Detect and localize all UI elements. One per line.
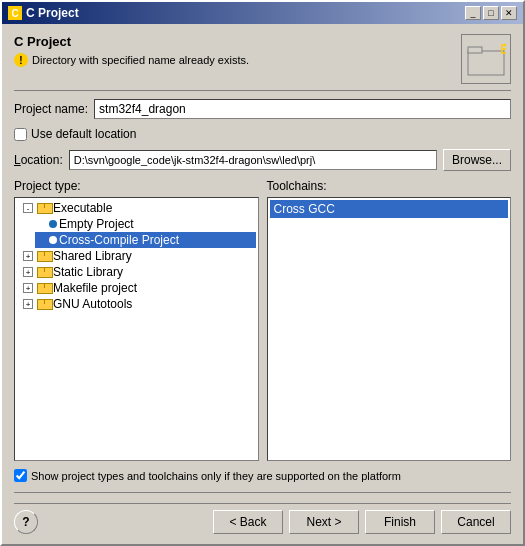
help-button[interactable]: ?	[14, 510, 38, 534]
tree-label-static-library: Static Library	[53, 265, 123, 279]
tree-label-makefile: Makefile project	[53, 281, 137, 295]
tree-item-static-library[interactable]: + Static Library	[21, 264, 256, 280]
default-location-checkbox[interactable]	[14, 128, 27, 141]
next-button[interactable]: Next >	[289, 510, 359, 534]
folder-makefile-icon	[37, 282, 51, 294]
svg-rect-0	[468, 51, 504, 75]
window-icon: C	[8, 6, 22, 20]
folder-executable-icon	[37, 202, 51, 214]
header-image	[461, 34, 511, 84]
svg-rect-1	[468, 47, 482, 53]
title-bar: C C Project _ □ ✕	[2, 2, 523, 24]
project-name-label: Project name:	[14, 102, 88, 116]
expand-executable[interactable]: -	[23, 203, 33, 213]
title-bar-left: C C Project	[8, 6, 79, 20]
location-row: Location: Browse...	[14, 149, 511, 171]
close-button[interactable]: ✕	[501, 6, 517, 20]
show-supported-label: Show project types and toolchains only i…	[31, 470, 401, 482]
location-label: Location:	[14, 153, 63, 167]
tree-label-empty-project: Empty Project	[59, 217, 134, 231]
folder-shared-icon	[37, 250, 51, 262]
dialog-content: C Project ! Directory with specified nam…	[2, 24, 523, 544]
project-type-panel: Project type: - Executable Empt	[14, 179, 259, 461]
browse-button[interactable]: Browse...	[443, 149, 511, 171]
tree-label-shared-library: Shared Library	[53, 249, 132, 263]
navigation-buttons: < Back Next > Finish Cancel	[213, 510, 511, 534]
tree-label-gnu-autotools: GNU Autotools	[53, 297, 132, 311]
window-title: C Project	[26, 6, 79, 20]
dialog-title: C Project	[14, 34, 461, 49]
project-name-input[interactable]	[94, 99, 511, 119]
title-controls: _ □ ✕	[465, 6, 517, 20]
expand-makefile[interactable]: +	[23, 283, 33, 293]
toolchains-label: Toolchains:	[267, 179, 512, 193]
tree-item-cross-compile[interactable]: Cross-Compile Project	[35, 232, 256, 248]
expand-gnu-autotools[interactable]: +	[23, 299, 33, 309]
project-type-label: Project type:	[14, 179, 259, 193]
tree-item-empty-project[interactable]: Empty Project	[35, 216, 256, 232]
finish-button[interactable]: Finish	[365, 510, 435, 534]
tree-label-executable: Executable	[53, 201, 112, 215]
project-name-row: Project name:	[14, 99, 511, 119]
bullet-empty-project	[49, 220, 57, 228]
bottom-buttons: ? < Back Next > Finish Cancel	[14, 503, 511, 534]
expand-shared-library[interactable]: +	[23, 251, 33, 261]
tree-item-shared-library[interactable]: + Shared Library	[21, 248, 256, 264]
folder-static-icon	[37, 266, 51, 278]
back-button[interactable]: < Back	[213, 510, 283, 534]
show-supported-row: Show project types and toolchains only i…	[14, 469, 511, 482]
bullet-cross-compile	[49, 236, 57, 244]
cancel-button[interactable]: Cancel	[441, 510, 511, 534]
folder-gnu-icon	[37, 298, 51, 310]
tree-label-cross-compile: Cross-Compile Project	[59, 233, 179, 247]
main-window: C C Project _ □ ✕ C Project ! Directory …	[0, 0, 525, 546]
bottom-separator	[14, 492, 511, 493]
warning-text: Directory with specified name already ex…	[32, 54, 249, 66]
toolchains-panel: Toolchains: Cross GCC	[267, 179, 512, 461]
minimize-button[interactable]: _	[465, 6, 481, 20]
location-input[interactable]	[69, 150, 437, 170]
maximize-button[interactable]: □	[483, 6, 499, 20]
warning-icon: !	[14, 53, 28, 67]
show-supported-checkbox[interactable]	[14, 469, 27, 482]
toolchain-list[interactable]: Cross GCC	[267, 197, 512, 461]
expand-static-library[interactable]: +	[23, 267, 33, 277]
toolchain-item-cross-gcc[interactable]: Cross GCC	[270, 200, 509, 218]
header-text: C Project ! Directory with specified nam…	[14, 34, 461, 67]
panels-row: Project type: - Executable Empt	[14, 179, 511, 461]
warning-row: ! Directory with specified name already …	[14, 53, 461, 67]
default-location-row: Use default location	[14, 127, 511, 141]
folder-graphic	[466, 39, 506, 79]
project-type-tree[interactable]: - Executable Empty Project	[14, 197, 259, 461]
tree-item-makefile[interactable]: + Makefile project	[21, 280, 256, 296]
tree-item-gnu-autotools[interactable]: + GNU Autotools	[21, 296, 256, 312]
header-section: C Project ! Directory with specified nam…	[14, 34, 511, 91]
tree-item-executable[interactable]: - Executable	[21, 200, 256, 216]
default-location-label: Use default location	[31, 127, 136, 141]
